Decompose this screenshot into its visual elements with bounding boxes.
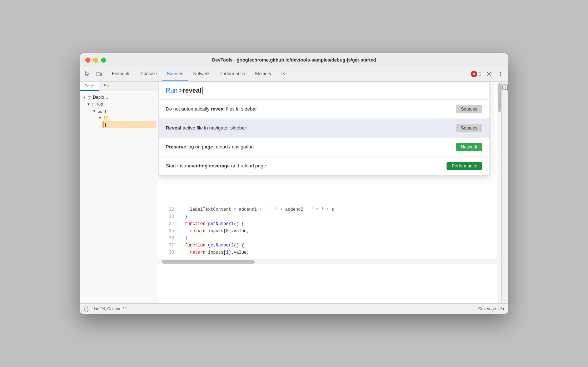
tab-network[interactable]: Network [188,67,215,81]
tab-sources[interactable]: Sources [162,67,188,81]
tree-arrow-folder: ▼ [98,116,102,120]
left-sidebar: Page Sn… ▼ ◻ Deplo… ▼ ◻ top ▼ ☁ g… [80,82,158,303]
svg-point-5 [500,72,501,73]
tree-icon-folder: 📁 [103,115,109,121]
result-text-2: Reveal active file in navigator sidebar [166,125,450,131]
cursor-icon[interactable] [83,69,93,79]
result-do-not-reveal[interactable]: Do not automatically reveal files in sid… [159,100,489,119]
result-preserve-log[interactable]: Preserve log on page reload / navigation… [159,138,489,157]
window-title: DevTools - googlechrome.github.io/devtoo… [212,57,376,63]
result-start-instrumenting[interactable]: Start instrumenting coverage and reload … [159,157,489,175]
svg-text:✕: ✕ [473,73,475,76]
more-options-icon[interactable] [495,69,505,79]
tab-more[interactable]: >> [276,67,291,81]
tree-arrow: ▼ [83,96,86,99]
vertical-scrollbar-thumb[interactable] [498,83,501,112]
tree-item-top[interactable]: ▼ ◻ top [81,101,156,108]
tab-memory[interactable]: Memory [250,67,276,81]
cursor [202,87,203,94]
settings-icon[interactable] [484,69,494,79]
devtools-content: Page Sn… ▼ ◻ Deplo… ▼ ◻ top ▼ ☁ g… [80,82,508,303]
tab-performance[interactable]: Performance [215,67,250,81]
tree-icon-deploy: ◻ [88,95,91,100]
error-count: 1 [479,72,481,77]
coverage-status: Coverage: n/a [478,307,504,311]
command-palette: Run >reveal Do not automatically reveal … [158,82,490,176]
svg-point-6 [500,74,501,75]
toolbar-right: ✕ 1 [471,69,505,79]
tree-arrow-top: ▼ [87,102,90,106]
devtools-tabs: Elements Console Sources Network Perform… [107,67,471,81]
minimize-button[interactable] [93,58,98,63]
tab-elements[interactable]: Elements [107,67,135,81]
cursor-position: Line 24, Column 11 [91,307,127,311]
command-input-text: >reveal [179,87,203,94]
maximize-button[interactable] [101,58,106,63]
title-bar: DevTools - googlechrome.github.io/devtoo… [80,53,508,67]
tree-label-bracket: [ [105,122,106,127]
close-button[interactable] [85,58,90,63]
vertical-scrollbar[interactable] [497,82,501,303]
device-icon[interactable] [94,69,104,79]
devtools-toolbar: Elements Console Sources Network Perform… [80,67,508,82]
tab-console[interactable]: Console [135,67,162,81]
braces-icon: { } [84,306,89,312]
tree-item-deploy[interactable]: ▼ ◻ Deplo… [81,94,156,101]
code-area: Run >reveal Do not automatically reveal … [158,82,497,303]
tree-icon-top: ◻ [92,102,96,107]
result-badge-performance[interactable]: Performance [447,162,482,170]
tree-item-folder[interactable]: ▼ 📁 [81,114,156,121]
command-palette-overlay: Run >reveal Do not automatically reveal … [158,82,497,303]
result-badge-sources-2[interactable]: Sources [456,124,482,132]
svg-point-7 [500,75,501,77]
tree-icon-g: ☁ [98,108,102,114]
svg-point-4 [488,73,490,75]
command-input-row[interactable]: Run >reveal [159,82,489,100]
result-reveal-active[interactable]: Reveal active file in navigator sidebar … [159,119,489,138]
traffic-lights [85,58,106,63]
result-badge-sources-1[interactable]: Sources [456,105,482,113]
panel-toggle-icon[interactable] [502,84,508,91]
run-label: Run [166,87,178,94]
sidebar-tab-page[interactable]: Page [80,82,99,91]
tree-item-g[interactable]: ▼ ☁ g… [81,108,156,114]
toolbar-icons [83,69,104,79]
result-text-3: Preserve log on page reload / navigation [166,144,450,150]
result-text-4: Start instrumenting coverage and reload … [166,163,441,168]
tree-label-deploy: Deplo… [93,95,108,100]
command-query-bold: reveal [183,87,201,94]
sidebar-tabs: Page Sn… [80,82,158,91]
status-left: { } Line 24, Column 11 [84,306,127,312]
status-bar: { } Line 24, Column 11 Coverage: n/a [80,303,508,314]
tree-arrow-g: ▼ [93,109,96,113]
command-prefix: > [179,87,183,94]
result-badge-network[interactable]: Network [456,143,482,151]
right-panel [501,82,508,303]
error-badge: ✕ [471,71,477,77]
svg-rect-1 [100,73,101,75]
svg-rect-0 [97,72,100,76]
sidebar-tab-snippets[interactable]: Sn… [99,82,118,91]
svg-rect-8 [503,85,508,90]
sidebar-tree: ▼ ◻ Deplo… ▼ ◻ top ▼ ☁ g… ▼ 📁 [80,91,158,131]
result-text-1: Do not automatically reveal files in sid… [166,106,450,112]
tree-label-top: top [97,102,103,107]
tree-item-bracket[interactable]: [ [103,121,156,128]
devtools-window: DevTools - googlechrome.github.io/devtoo… [80,53,508,314]
tree-label-g: g… [104,108,110,113]
